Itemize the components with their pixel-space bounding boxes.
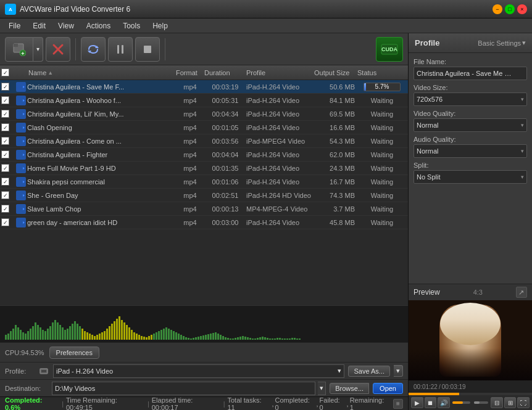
add-file-button[interactable]: + (5, 37, 33, 62)
checkbox-6[interactable] (1, 164, 9, 172)
header-profile[interactable]: Profile (246, 69, 314, 76)
save-as-button[interactable]: Save As... (348, 366, 390, 377)
table-row[interactable]: Christina Aguilera, Lil' Kim, My...mp400… (0, 107, 408, 121)
checkbox-8[interactable] (1, 191, 9, 199)
table-row[interactable]: Home Full Movie Part 1-9 HDmp400:01:35iP… (0, 162, 408, 175)
row-format-9: mp4 (176, 205, 204, 213)
split-select[interactable]: No Split ▾ (414, 170, 527, 184)
menu-item-tools[interactable]: Tools (117, 20, 146, 31)
menu-item-actions[interactable]: Actions (80, 20, 117, 31)
header-output-size[interactable]: Output Size (314, 69, 357, 76)
play-button[interactable]: ▶ (411, 397, 423, 408)
app-title: AVCWare iPad Video Converter 6 (20, 5, 493, 14)
convert-button[interactable] (81, 37, 106, 62)
add-dropdown-button[interactable]: ▾ (33, 37, 43, 62)
file-name-input[interactable]: Christina Aguilera - Save Me From M (414, 67, 527, 80)
table-row[interactable]: Christina Aguilera - Save Me F...mp400:0… (0, 80, 408, 94)
menu-item-help[interactable]: Help (146, 20, 174, 31)
header-duration[interactable]: Duration (204, 69, 246, 76)
table-row[interactable]: Christina Aguilera - Come on ...mp400:03… (0, 134, 408, 148)
status-remaining: Remaining: 1 (350, 396, 389, 411)
waveform-bar (136, 334, 138, 340)
table-row[interactable]: Slave Lamb Chopmp400:00:13MP4-MPEG-4 Vid… (0, 202, 408, 216)
waveform-bar (225, 337, 227, 340)
volume-button[interactable]: 🔊 (438, 397, 450, 408)
name-sort-arrow: ▲ (48, 70, 53, 76)
zoom-in-button[interactable]: ⊞ (504, 397, 517, 408)
preview-export-button[interactable]: ↗ (516, 287, 527, 298)
waveform-bar (279, 338, 281, 340)
video-quality-select[interactable]: Normal ▾ (414, 118, 527, 132)
table-row[interactable]: She - Green Daymp400:02:51iPad-H.264 HD … (0, 189, 408, 202)
row-format-2: mp4 (176, 110, 204, 118)
checkbox-1[interactable] (1, 96, 9, 104)
menu-item-edit[interactable]: Edit (27, 20, 52, 31)
dest-dropdown-arrow[interactable]: ▾ (318, 382, 326, 395)
browse-button[interactable]: Browse... (330, 383, 369, 394)
table-row[interactable]: Christina Aguilera - Woohoo f...mp400:05… (0, 94, 408, 107)
waveform-bar (289, 338, 291, 340)
dest-path[interactable]: D:\My Videos (52, 382, 315, 395)
waveform-bar (54, 320, 56, 340)
svg-marker-22 (23, 126, 25, 129)
remove-button[interactable] (46, 37, 70, 62)
waveform-bar (141, 336, 143, 340)
header-check (1, 68, 15, 76)
fullscreen-button[interactable]: ⛶ (517, 397, 530, 408)
checkbox-5[interactable] (1, 150, 9, 158)
waveform-bar (111, 324, 113, 340)
row-status-1: Waiting (357, 97, 407, 104)
main-area: + ▾ (0, 33, 532, 410)
status-total-tasks: Total tasks: 11 (227, 396, 270, 411)
menu-item-file[interactable]: File (2, 20, 27, 31)
checkbox-0[interactable] (1, 83, 9, 91)
preferences-button[interactable]: Preferences (49, 346, 99, 359)
header-status[interactable]: Status (357, 69, 407, 76)
pause-button[interactable] (108, 37, 133, 62)
waveform-bar (217, 334, 219, 340)
stop-preview-button[interactable]: ⏹ (425, 397, 437, 408)
save-as-dropdown-button[interactable]: ▾ (394, 365, 403, 377)
header-checkbox[interactable] (1, 68, 9, 76)
waveform-bar (183, 336, 185, 340)
row-name-9: Slave Lamb Chop (27, 205, 176, 213)
checkbox-2[interactable] (1, 110, 9, 118)
maximize-button[interactable]: □ (505, 4, 515, 14)
row-status-5: Waiting (357, 151, 407, 158)
zoom-out-button[interactable]: ⊟ (491, 397, 503, 408)
table-row[interactable]: Christina Aguilera - Fightermp400:04:04i… (0, 148, 408, 162)
table-row[interactable]: Clash Openingmp400:01:05iPad-H.264 Video… (0, 121, 408, 134)
checkbox-10[interactable] (1, 218, 9, 226)
close-button[interactable]: × (517, 4, 527, 14)
preview-progress-bar[interactable] (409, 393, 532, 395)
volume-slider[interactable] (452, 401, 470, 404)
toolbar: + ▾ (0, 33, 408, 65)
menu-item-view[interactable]: View (52, 20, 80, 31)
checkbox-9[interactable] (1, 205, 9, 213)
profile-select[interactable]: iPad - H.264 Video ▾ (53, 364, 344, 378)
stop-button[interactable] (135, 37, 160, 62)
row-profile-4: iPad-MPEG4 Video (246, 137, 314, 145)
row-format-7: mp4 (176, 178, 204, 186)
checkbox-7[interactable] (1, 178, 9, 186)
waveform-bar (39, 327, 41, 340)
header-format[interactable]: Format (176, 69, 204, 76)
cuda-button[interactable]: CUDA (376, 37, 403, 62)
row-output-9: 3.7 MB (314, 205, 357, 213)
open-button[interactable]: Open (373, 383, 403, 394)
audio-quality-select[interactable]: Normal ▾ (414, 144, 527, 158)
table-row[interactable]: Shakira pepsi commercialmp400:01:06iPad-… (0, 175, 408, 189)
checkbox-3[interactable] (1, 123, 9, 131)
basic-settings-button[interactable]: Basic Settings ▾ (478, 39, 526, 47)
minimize-button[interactable]: − (493, 4, 502, 14)
video-size-select[interactable]: 720x576 ▾ (414, 92, 527, 106)
row-check-6 (1, 164, 15, 172)
waveform-bar (10, 331, 12, 340)
status-icon[interactable]: ≡ (393, 399, 403, 409)
table-row[interactable]: green day - american idiot HDmp400:03:00… (0, 216, 408, 229)
header-name[interactable]: Name ▲ (27, 69, 176, 76)
svg-rect-11 (122, 45, 123, 54)
checkbox-4[interactable] (1, 137, 9, 145)
waveform-bar (151, 335, 152, 340)
zoom-slider[interactable] (474, 401, 488, 404)
